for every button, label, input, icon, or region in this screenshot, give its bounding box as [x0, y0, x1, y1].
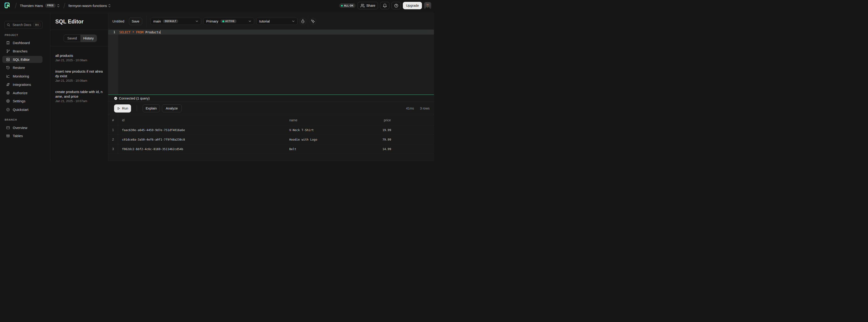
- search-docs-input[interactable]: Search Docs ⌘K: [4, 21, 42, 29]
- compute-select[interactable]: Primary ACTIVE: [203, 17, 254, 25]
- table-grid-icon: [6, 134, 10, 138]
- row-index: 3: [108, 144, 118, 153]
- query-duration: 41ms: [406, 106, 414, 110]
- avatar-image: [424, 2, 431, 9]
- table-row[interactable]: 3 f062dc2-bbf2-4c6c-8169-3511462cd54b Be…: [108, 144, 434, 154]
- project-unfold-icon[interactable]: [108, 4, 111, 7]
- sidebar-item-label: Authorize: [13, 91, 27, 95]
- topbar-actions: ALL OK Share Upgrade: [339, 2, 434, 9]
- upgrade-button[interactable]: Upgrade: [403, 2, 422, 9]
- cell-id: c01dce8a-3a50-4ef6-a0f1-7f9f48a238c8: [118, 138, 285, 141]
- tab-saved[interactable]: Saved: [64, 35, 81, 42]
- connection-status-row: Connected (1 query): [108, 95, 434, 102]
- history-entry[interactable]: insert new products if not already exist…: [55, 69, 104, 83]
- tab-history[interactable]: History: [81, 35, 97, 42]
- sidebar-item-branches[interactable]: Branches: [2, 47, 42, 55]
- page-title: SQL Editor: [55, 19, 84, 25]
- breadcrumb-slash-icon: [13, 2, 18, 9]
- integration-arrows-icon: [6, 82, 10, 86]
- git-branch-icon: [6, 49, 10, 53]
- editor-toolbar: Untitled Save main DEFAULT Primary ACTIV…: [108, 13, 434, 30]
- sidebar-item-label: Tables: [13, 134, 23, 138]
- history-entry[interactable]: all products Jan 21, 2025 - 10:08am: [55, 53, 104, 62]
- query-actions-row: Run Explain Analyze 41ms 3 rows: [108, 102, 434, 114]
- sidebar-item-integrations[interactable]: Integrations: [2, 81, 42, 88]
- cell-name: V-Neck T-Shirt: [285, 128, 378, 132]
- col-header-price: price: [378, 118, 434, 122]
- chevron-down-icon: [196, 21, 198, 22]
- history-entry[interactable]: create products table with id, name, and…: [55, 90, 104, 103]
- sidebar-item-restore[interactable]: Restore: [2, 64, 42, 71]
- sidebar-item-authorize[interactable]: Authorize: [2, 89, 42, 96]
- compute-badge-label: ACTIVE: [225, 20, 235, 23]
- sidebar-item-settings[interactable]: Settings: [2, 98, 42, 105]
- saved-history-tabs: Saved History: [64, 35, 97, 42]
- sidebar-item-label: Integrations: [13, 82, 31, 86]
- breadcrumb-project[interactable]: fermyon-wasm-functions: [68, 4, 107, 8]
- cell-price: 14.99: [378, 147, 434, 151]
- top-bar: Thorsten Hans FREE fermyon-wasm-function…: [0, 0, 434, 13]
- breadcrumb-slash-icon: [62, 2, 67, 9]
- status-badge[interactable]: ALL OK: [339, 3, 355, 8]
- help-button[interactable]: [392, 2, 401, 9]
- cell-price: 19.99: [378, 128, 434, 132]
- connection-status-text: Connected (1 query): [119, 97, 150, 100]
- history-entry-title: create products table with id, name, and…: [55, 90, 104, 99]
- sparkles-icon: [311, 19, 315, 24]
- code-line-1: 1 SELECT * FROM Products: [108, 30, 434, 35]
- branch-select[interactable]: main DEFAULT: [150, 17, 201, 25]
- branch-section-label: BRANCH: [5, 118, 17, 121]
- sidebar-item-label: Overview: [13, 126, 27, 130]
- compute-select-value: Primary: [206, 19, 218, 23]
- analyze-button[interactable]: Analyze: [162, 104, 182, 112]
- branch-select-value: main: [153, 19, 161, 23]
- sidebar-item-label: Dashboard: [13, 41, 30, 45]
- code-editor[interactable]: 1 SELECT * FROM Products: [108, 30, 434, 95]
- sidebar-item-tables[interactable]: Tables: [2, 133, 42, 139]
- sidebar-item-dashboard[interactable]: Dashboard: [2, 39, 42, 46]
- results-table: # id name price 1 faac630e-a645-4459-9d7…: [108, 115, 434, 161]
- sidebar-item-overview[interactable]: Overview: [2, 124, 42, 131]
- sql-terminal-icon: [6, 58, 10, 62]
- save-button[interactable]: Save: [129, 17, 142, 25]
- breadcrumb-org[interactable]: Thorsten Hans: [20, 4, 43, 8]
- stopwatch-icon: [301, 19, 305, 24]
- table-row[interactable]: 1 faac630e-a645-4459-9d7e-751df4016a6e V…: [108, 125, 434, 135]
- user-avatar[interactable]: [424, 2, 431, 9]
- col-header-name: name: [285, 118, 378, 122]
- query-history-button[interactable]: [300, 18, 306, 24]
- users-icon: [360, 3, 365, 8]
- cell-name: Hoodie with Logo: [285, 138, 378, 141]
- sidebar-item-quickstart[interactable]: Quickstart: [2, 106, 42, 113]
- database-select[interactable]: tutorial: [256, 17, 298, 25]
- query-row-count: 3 rows: [420, 106, 430, 110]
- table-row[interactable]: 2 c01dce8a-3a50-4ef6-a0f1-7f9f48a238c8 H…: [108, 135, 434, 144]
- cell-price: 79.99: [378, 138, 434, 141]
- results-header-row: # id name price: [108, 115, 434, 125]
- main-area: Untitled Save main DEFAULT Primary ACTIV…: [108, 13, 434, 161]
- sidebar-item-sql-editor[interactable]: SQL Editor: [2, 56, 42, 63]
- sidebar-item-monitoring[interactable]: Monitoring: [2, 73, 42, 79]
- neon-logo-icon[interactable]: [4, 2, 11, 9]
- ai-assist-button[interactable]: [310, 18, 316, 24]
- active-dot-icon: [222, 21, 224, 22]
- row-index: 2: [108, 135, 118, 144]
- play-icon: [117, 107, 120, 110]
- history-list: all products Jan 21, 2025 - 10:08am inse…: [55, 53, 104, 110]
- row-index: 1: [108, 125, 118, 135]
- panel-divider: [51, 30, 108, 30]
- notifications-button[interactable]: [380, 2, 390, 9]
- col-header-id: id: [118, 118, 285, 122]
- org-unfold-icon[interactable]: [57, 4, 60, 7]
- chevron-down-icon: [292, 21, 294, 22]
- search-icon: [7, 23, 10, 27]
- share-button[interactable]: Share: [358, 2, 378, 9]
- chevron-down-icon: [249, 21, 251, 22]
- sql-editor-panel: SQL Editor Saved History all products Ja…: [51, 13, 108, 161]
- explain-button[interactable]: Explain: [143, 104, 160, 112]
- query-name[interactable]: Untitled: [113, 19, 124, 23]
- history-entry-title: insert new products if not already exist: [55, 69, 104, 78]
- run-button[interactable]: Run: [114, 104, 131, 112]
- compute-active-badge: ACTIVE: [220, 20, 237, 23]
- cell-id: f062dc2-bbf2-4c6c-8169-3511462cd54b: [118, 147, 285, 151]
